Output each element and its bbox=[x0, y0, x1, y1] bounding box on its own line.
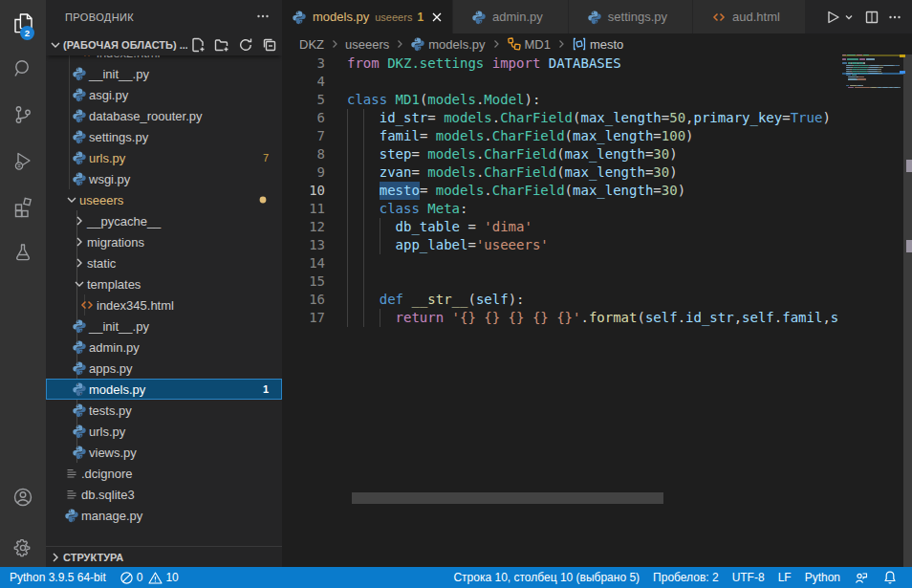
activitybar-explorer[interactable]: 2 bbox=[0, 0, 46, 46]
status-eol[interactable]: LF bbox=[771, 567, 798, 588]
tab-aud.html[interactable]: aud.html bbox=[693, 0, 806, 33]
tree-folder-migrations[interactable]: migrations bbox=[46, 231, 282, 252]
overview-ruler-mark bbox=[900, 54, 905, 57]
activitybar-testing[interactable] bbox=[0, 229, 46, 275]
activitybar-source-control[interactable] bbox=[0, 92, 46, 138]
py-file-icon bbox=[72, 403, 87, 418]
tree-item-label: models.py bbox=[89, 382, 145, 397]
code-line: class MD1(models.Model): bbox=[347, 91, 540, 109]
file-tree: index2.html__init__.pyasgi.pydatabase_ro… bbox=[46, 55, 282, 546]
outline-section-header[interactable]: СТРУКТУРА bbox=[46, 546, 282, 567]
py-file-icon bbox=[72, 445, 87, 460]
split-editor-button[interactable] bbox=[864, 10, 879, 25]
tab-settings.py[interactable]: settings.py bbox=[569, 0, 693, 33]
editor-more-button[interactable] bbox=[887, 10, 902, 25]
tree-file-index2.html[interactable]: index2.html bbox=[46, 55, 282, 63]
tree-file-admin.py[interactable]: admin.py bbox=[46, 337, 282, 358]
tab-admin.py[interactable]: admin.py bbox=[453, 0, 569, 33]
tree-item-label: db.sqlite3 bbox=[81, 488, 135, 502]
activitybar-run-debug[interactable] bbox=[0, 138, 46, 184]
breadcrumb-models.py[interactable]: models.py bbox=[410, 36, 485, 52]
py-file-icon bbox=[72, 87, 87, 102]
problems-count-badge: 7 bbox=[263, 152, 269, 163]
line-number: 13 bbox=[282, 236, 325, 254]
tree-file-index345.html[interactable]: index345.html bbox=[46, 294, 282, 316]
tree-file-database_roouter.py[interactable]: database_roouter.py bbox=[46, 105, 282, 126]
outline-label: СТРУКТУРА bbox=[63, 552, 123, 563]
tree-file-views.py[interactable]: views.py bbox=[46, 442, 282, 463]
tab-models.py[interactable]: models.pyuseeers1 bbox=[282, 0, 453, 33]
tree-folder-templates[interactable]: templates bbox=[46, 273, 282, 294]
code-line: from DKZ.settings import DATABASES bbox=[347, 54, 621, 73]
breadcrumb-useeers[interactable]: useeers bbox=[345, 37, 389, 52]
activitybar-settings[interactable] bbox=[0, 525, 46, 571]
tree-file-settings.py[interactable]: settings.py bbox=[46, 126, 282, 147]
new-folder-icon[interactable] bbox=[214, 37, 229, 53]
breadcrumb-MD1[interactable]: MD1 bbox=[507, 36, 551, 52]
tree-file-apps.py[interactable]: apps.py bbox=[46, 358, 282, 379]
tab-label: aud.html bbox=[732, 10, 780, 24]
status-label: Строка 10, столбец 10 (выбрано 5) bbox=[453, 571, 640, 584]
activitybar-accounts[interactable] bbox=[0, 474, 46, 520]
code-line: return '{} {} {} {} {}'.format(self.id_s… bbox=[347, 309, 838, 327]
code-line: famil= models.CharField(max_length=100) bbox=[347, 127, 694, 145]
collapse-all-icon[interactable] bbox=[262, 37, 277, 53]
code-line: id_str= models.CharField(max_length=50,p… bbox=[347, 109, 831, 127]
tree-item-label: apps.py bbox=[89, 361, 133, 376]
close-icon[interactable] bbox=[429, 10, 445, 25]
code-line: class Meta: bbox=[347, 200, 467, 218]
tree-item-label: migrations bbox=[87, 235, 144, 250]
tree-item-label: database_roouter.py bbox=[89, 109, 203, 123]
tree-file-urls.py[interactable]: urls.py bbox=[46, 421, 282, 442]
tree-file-manage.py[interactable]: manage.py bbox=[46, 505, 282, 526]
code-area[interactable]: 3from DKZ.settings import DATABASES45cla… bbox=[282, 54, 842, 567]
status-problems[interactable]: 010 bbox=[113, 567, 185, 588]
tree-file-tests.py[interactable]: tests.py bbox=[46, 400, 282, 421]
tree-item-label: urls.py bbox=[89, 425, 125, 439]
breadcrumb-label: useeers bbox=[345, 37, 389, 52]
status-cursor-position[interactable]: Строка 10, столбец 10 (выбрано 5) bbox=[446, 567, 646, 588]
breadcrumb-separator-icon bbox=[489, 36, 504, 52]
run-dropdown[interactable] bbox=[843, 11, 855, 23]
status-language-mode[interactable]: Python bbox=[798, 567, 847, 588]
tree-folder-__pycache__[interactable]: __pycache__ bbox=[46, 210, 282, 231]
tree-item-label: __init__.py bbox=[89, 67, 149, 81]
file-file-icon bbox=[64, 487, 79, 502]
tree-folder-useeers[interactable]: useeers bbox=[46, 189, 282, 210]
horizontal-scrollbar[interactable] bbox=[352, 492, 663, 504]
tree-file-__init__.py[interactable]: __init__.py bbox=[46, 63, 282, 84]
tree-file-models.py[interactable]: models.py1 bbox=[46, 379, 282, 400]
sidebar-more-icon[interactable] bbox=[255, 9, 271, 24]
tree-file-db.sqlite3[interactable]: db.sqlite3 bbox=[46, 484, 282, 505]
overview-ruler-mark bbox=[906, 240, 912, 252]
status-feedback[interactable] bbox=[847, 567, 876, 588]
tree-file-asgi.py[interactable]: asgi.py bbox=[46, 84, 282, 105]
breadcrumb-mesto[interactable]: mesto bbox=[572, 36, 623, 52]
status-notifications[interactable] bbox=[876, 567, 904, 588]
breadcrumb-label: models.py bbox=[428, 37, 485, 52]
new-file-icon[interactable] bbox=[190, 37, 206, 53]
breadcrumb-separator-icon bbox=[327, 36, 342, 52]
breadcrumb-DKZ[interactable]: DKZ bbox=[299, 37, 324, 52]
tree-file-wsgi.py[interactable]: wsgi.py bbox=[46, 168, 282, 189]
status-bar: Python 3.9.5 64-bit010 Строка 10, столбе… bbox=[0, 567, 912, 588]
overview-ruler[interactable] bbox=[903, 54, 912, 567]
tree-file-.dcignore[interactable]: .dcignore bbox=[46, 463, 282, 484]
status-indentation[interactable]: Пробелов: 2 bbox=[646, 567, 726, 588]
tree-file-__init__.py[interactable]: __init__.py bbox=[46, 316, 282, 337]
status-python-interpreter[interactable]: Python 3.9.5 64-bit bbox=[3, 567, 113, 588]
activitybar-extensions[interactable] bbox=[0, 184, 46, 229]
workspace-section-header[interactable]: (РАБОЧАЯ ОБЛАСТЬ) ... bbox=[46, 34, 282, 55]
explorer-badge: 2 bbox=[20, 26, 34, 40]
activitybar-search[interactable] bbox=[0, 46, 46, 92]
tree-item-label: __init__.py bbox=[89, 319, 149, 334]
minimap[interactable] bbox=[842, 54, 903, 567]
chevron-right-icon bbox=[72, 213, 87, 229]
tree-item-label: useeers bbox=[79, 193, 123, 207]
status-encoding[interactable]: UTF-8 bbox=[726, 567, 771, 588]
tree-folder-static[interactable]: static bbox=[46, 252, 282, 273]
run-button[interactable] bbox=[824, 9, 841, 26]
chevron-right-icon bbox=[72, 255, 87, 271]
tree-file-urls.py[interactable]: urls.py7 bbox=[46, 147, 282, 168]
refresh-icon[interactable] bbox=[238, 37, 253, 53]
